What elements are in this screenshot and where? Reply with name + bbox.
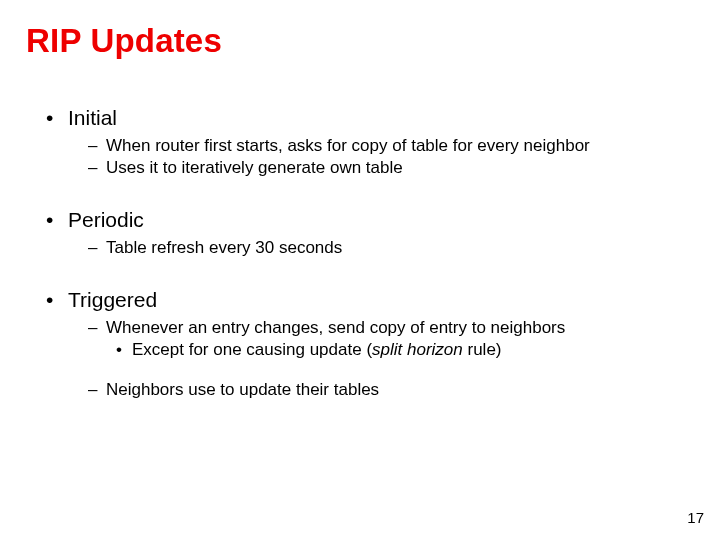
sub-bullet: Neighbors use to update their tables (46, 380, 690, 400)
bullet-heading: Triggered (68, 288, 157, 311)
sub-bullet: When router first starts, asks for copy … (46, 136, 690, 156)
sub-sub-bullet: Except for one causing update (split hor… (46, 340, 690, 360)
slide: RIP Updates Initial When router first st… (0, 0, 720, 540)
sub-bullet: Table refresh every 30 seconds (46, 238, 690, 258)
bullet-heading: Periodic (68, 208, 144, 231)
slide-title: RIP Updates (26, 22, 222, 60)
slide-body: Initial When router first starts, asks f… (46, 106, 690, 402)
bullet-triggered: Triggered (46, 288, 690, 312)
bullet-periodic: Periodic (46, 208, 690, 232)
spacer (46, 180, 690, 208)
text-post: rule) (463, 340, 502, 359)
bullet-heading: Initial (68, 106, 117, 129)
text-pre: Except for one causing update ( (132, 340, 372, 359)
bullet-initial: Initial (46, 106, 690, 130)
sub-bullet: Whenever an entry changes, send copy of … (46, 318, 690, 338)
spacer (46, 260, 690, 288)
page-number: 17 (687, 509, 704, 526)
text-em: split horizon (372, 340, 463, 359)
spacer (46, 362, 690, 378)
sub-bullet: Uses it to iteratively generate own tabl… (46, 158, 690, 178)
